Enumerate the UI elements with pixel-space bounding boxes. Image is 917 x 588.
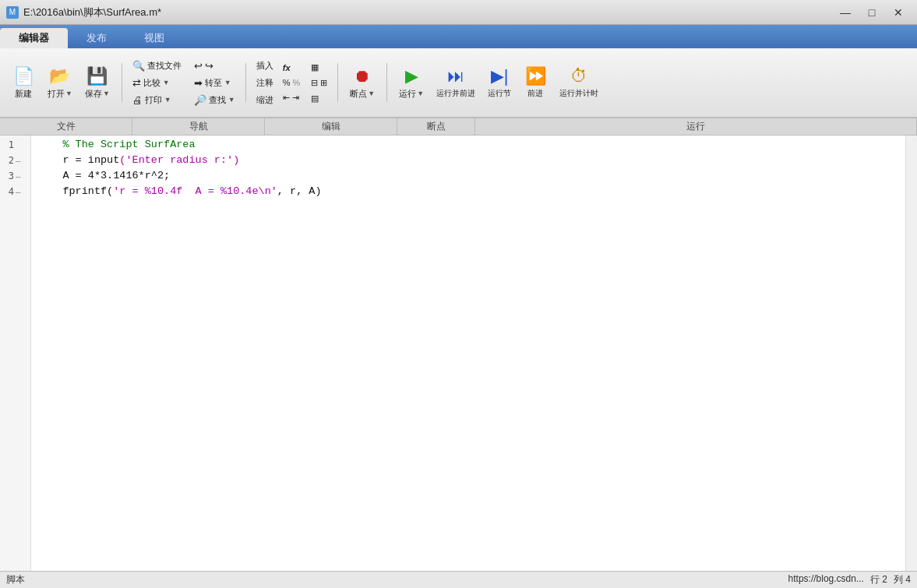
divider-4 — [386, 63, 387, 102]
maximize-button[interactable]: □ — [859, 3, 884, 22]
find-file-button[interactable]: 🔍 查找文件 — [129, 58, 185, 73]
open-icon: 📂 — [49, 66, 70, 86]
file-section-label: 文件 — [0, 118, 132, 135]
code-line-1: % The Script SurfArea — [37, 137, 899, 153]
insert-button[interactable]: 插入 — [252, 58, 277, 73]
breakpoint-group: ⏺ 断点▼ — [344, 51, 380, 114]
run-timer-icon: ⏱ — [570, 66, 587, 86]
fx-button[interactable]: fx — [279, 62, 305, 74]
percent-icon: % — [283, 78, 291, 87]
app-icon: M — [6, 6, 19, 19]
compare-icon: ⇄ — [132, 77, 141, 89]
advance-icon: ⏩ — [525, 66, 546, 86]
percent-button[interactable]: % % — [279, 76, 305, 89]
nav-group: 🔍 查找文件 ⇄ 比较 ▼ 🖨 打印 ▼ ↩ ↪ ➡ 转至 ▼ — [129, 51, 239, 114]
code-line-4: fprintf('r = %10.4f A = %10.4e\n', r, A) — [37, 184, 899, 199]
line-3-num: 3 — — [0, 168, 30, 184]
editor-container: 1 2 — 3 — 4 — % The Script SurfArea r = … — [0, 136, 917, 571]
breakpoint-section-label: 断点 — [397, 118, 475, 135]
edit-more-icon: ▦ — [311, 62, 319, 72]
line-1-num: 1 — [0, 137, 30, 153]
breakpoint-button[interactable]: ⏺ 断点▼ — [344, 64, 380, 102]
divider-1 — [122, 63, 122, 102]
run-section-icon: ▶| — [491, 66, 509, 86]
minimize-button[interactable]: — — [833, 3, 858, 22]
line-4-num: 4 — — [0, 184, 30, 199]
undo-button[interactable]: ↩ ↪ — [190, 58, 239, 73]
indent-right-icon: ⇥ — [292, 93, 299, 103]
title-path: E:\2016a\bin\脚本\SurfArea.m* — [23, 5, 161, 19]
print-button[interactable]: 🖨 打印 ▼ — [129, 93, 185, 107]
code-line-2: r = input('Enter radius r:') — [37, 153, 899, 168]
run-advance-button[interactable]: ⏭ 运行并前进 — [431, 64, 481, 101]
file-group: 📄 新建 📂 打开▼ 💾 保存▼ — [6, 51, 115, 114]
script-label: 脚本 — [6, 573, 25, 586]
save-button[interactable]: 💾 保存▼ — [79, 64, 115, 102]
redo-icon: ↪ — [205, 60, 213, 72]
run-group: ▶ 运行▼ ⏭ 运行并前进 ▶| 运行节 ⏩ 前进 ⏱ 运行并计 — [393, 51, 604, 114]
advance-button[interactable]: ⏩ 前进 — [518, 64, 552, 101]
title-bar: M E:\2016a\bin\脚本\SurfArea.m* — □ ✕ — [0, 0, 917, 25]
edit-extra-icon: ⊟ — [311, 78, 318, 88]
find-file-icon: 🔍 — [132, 60, 145, 72]
open-button[interactable]: 📂 打开▼ — [42, 64, 78, 102]
code-line-3: A = 4*3.1416*r^2; — [37, 168, 899, 184]
line-2-num: 2 — — [0, 153, 30, 168]
edit-extra3-icon: ▤ — [311, 93, 319, 104]
edit-extra-btn[interactable]: ⊟ ⊞ — [307, 76, 331, 90]
find-button[interactable]: 🔎 查找 ▼ — [190, 93, 239, 107]
indent-left-icon: ⇤ — [283, 93, 290, 103]
print-icon: 🖨 — [132, 94, 143, 106]
toolbar: 📄 新建 📂 打开▼ 💾 保存▼ 🔍 查找文件 ⇄ — [0, 48, 917, 118]
title-bar-left: M E:\2016a\bin\脚本\SurfArea.m* — [6, 5, 161, 19]
close-button[interactable]: ✕ — [886, 3, 911, 22]
goto-button[interactable]: ➡ 转至 ▼ — [190, 76, 239, 90]
line-numbers: 1 2 — 3 — 4 — — [0, 136, 31, 571]
status-bar: 脚本 https://blog.csdn... 行 2 列 4 — [0, 571, 917, 588]
run-section-button[interactable]: ▶| 运行节 — [482, 64, 517, 101]
goto-icon: ➡ — [194, 77, 203, 89]
fx-icon: fx — [283, 63, 291, 72]
run-icon: ▶ — [405, 66, 418, 86]
status-right: https://blog.csdn... 行 2 列 4 — [788, 573, 911, 586]
run-advance-icon: ⏭ — [447, 66, 464, 86]
run-timer-button[interactable]: ⏱ 运行并计时 — [554, 64, 604, 101]
tab-editor[interactable]: 编辑器 — [0, 28, 68, 48]
compare-button[interactable]: ⇄ 比较 ▼ — [129, 76, 185, 90]
edit-section-label: 编辑 — [265, 118, 397, 135]
new-button[interactable]: 📄 新建 — [6, 64, 41, 102]
find-icon: 🔎 — [194, 94, 206, 106]
more-edit-btn[interactable]: ▦ — [307, 61, 331, 74]
tab-publish[interactable]: 发布 — [68, 28, 125, 48]
breakpoint-icon: ⏺ — [354, 66, 371, 86]
tab-bar: 编辑器 发布 视图 — [0, 25, 917, 48]
tab-view[interactable]: 视图 — [125, 28, 183, 48]
scrollbar[interactable] — [905, 136, 917, 571]
indent-button[interactable]: 缩进 — [252, 93, 277, 107]
divider-2 — [245, 63, 246, 102]
col-label: 列 4 — [894, 573, 911, 586]
edit-extra2-icon: ⊞ — [320, 78, 327, 88]
comment-button[interactable]: 注释 — [252, 76, 277, 90]
undo-icon: ↩ — [194, 60, 203, 72]
row-label: 行 2 — [870, 573, 887, 586]
comment-pct-icon: % — [293, 78, 301, 87]
divider-3 — [337, 63, 338, 102]
title-bar-controls: — □ ✕ — [833, 3, 911, 22]
indent-btns[interactable]: ⇤ ⇥ — [279, 91, 305, 104]
code-area[interactable]: % The Script SurfArea r = input('Enter r… — [31, 136, 905, 571]
edit-extra3-btn[interactable]: ▤ — [307, 92, 331, 105]
edit-group: 插入 注释 缩进 fx % % ⇤ ⇥ ▦ — [252, 51, 332, 114]
section-labels: 文件 导航 编辑 断点 运行 — [0, 118, 917, 136]
run-section-label: 运行 — [475, 118, 917, 135]
new-icon: 📄 — [13, 66, 34, 86]
run-button[interactable]: ▶ 运行▼ — [393, 64, 429, 102]
status-url: https://blog.csdn... — [788, 573, 864, 586]
nav-section-label: 导航 — [132, 118, 265, 135]
save-icon: 💾 — [86, 66, 108, 86]
